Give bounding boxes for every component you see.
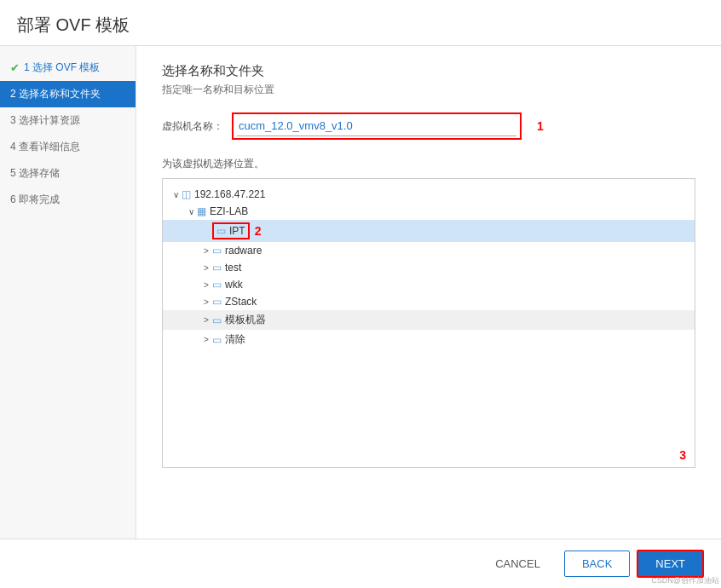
cancel-button[interactable]: CANCEL xyxy=(478,551,557,576)
folder-icon: ▭ xyxy=(216,225,226,237)
folder-icon: ▭ xyxy=(212,334,222,346)
sidebar-label: 3 选择计算资源 xyxy=(10,113,80,128)
tree-node-n8[interactable]: > ▭ 模板机器 xyxy=(163,310,695,330)
node-label: test xyxy=(225,262,241,274)
vm-name-row: 虚拟机名称： 1 xyxy=(162,112,695,140)
section-title: 选择名称和文件夹 xyxy=(162,63,695,79)
sidebar-item-step2[interactable]: 2 选择名称和文件夹 xyxy=(0,81,136,107)
tree-node-n4[interactable]: > ▭ radware xyxy=(163,242,695,259)
sidebar-item-step4[interactable]: 4 查看详细信息 xyxy=(0,134,136,160)
expander-icon: > xyxy=(200,297,212,307)
sidebar-label: 6 即将完成 xyxy=(10,193,60,207)
tree-node-n1[interactable]: ∨ ◫ 192.168.47.221 xyxy=(163,186,695,203)
sidebar: ✔1 选择 OVF 模板2 选择名称和文件夹3 选择计算资源4 查看详细信息5 … xyxy=(0,46,136,539)
tree-node-n6[interactable]: > ▭ wkk xyxy=(163,276,695,293)
sidebar-label: 1 选择 OVF 模板 xyxy=(24,61,100,75)
tree-node-n9[interactable]: > ▭ 清除 xyxy=(163,330,695,349)
node-label: 清除 xyxy=(225,332,245,347)
footer: CANCEL BACK NEXT xyxy=(0,539,721,588)
sidebar-label: 4 查看详细信息 xyxy=(10,140,80,154)
annotation-3: 3 xyxy=(679,448,686,462)
sidebar-label: 2 选择名称和文件夹 xyxy=(10,87,101,101)
node-bordered: ▭ IPT xyxy=(212,222,250,239)
expander-icon: > xyxy=(200,246,212,256)
section-subtitle: 指定唯一名称和目标位置 xyxy=(162,83,695,97)
node-label: ZStack xyxy=(225,296,257,308)
sidebar-item-step3[interactable]: 3 选择计算资源 xyxy=(0,107,136,134)
tree-node-n2[interactable]: ∨ ▦ EZI-LAB xyxy=(163,203,695,220)
expander-icon: ∨ xyxy=(170,190,182,199)
node-label: radware xyxy=(225,245,262,257)
tree-node-n5[interactable]: > ▭ test xyxy=(163,259,695,276)
node-label: 模板机器 xyxy=(225,313,266,327)
folder-icon: ▭ xyxy=(212,296,222,308)
check-icon: ✔ xyxy=(10,61,20,74)
node-label: IPT xyxy=(229,225,245,237)
node-label: 192.168.47.221 xyxy=(194,188,265,200)
page-header: 部署 OVF 模板 xyxy=(0,0,721,46)
tree-container: ∨ ◫ 192.168.47.221 ∨ ▦ EZI-LAB ▭ IPT 2 >… xyxy=(162,178,695,468)
expander-icon: ∨ xyxy=(185,207,197,216)
sidebar-item-step5[interactable]: 5 选择存储 xyxy=(0,160,136,187)
expander-icon: > xyxy=(200,315,212,325)
vm-name-label: 虚拟机名称： xyxy=(162,119,223,134)
expander-icon: > xyxy=(200,335,212,344)
network-icon: ◫ xyxy=(182,188,191,200)
folder-icon: ▭ xyxy=(212,245,222,257)
expander-icon: > xyxy=(200,263,212,273)
sidebar-item-step1[interactable]: ✔1 选择 OVF 模板 xyxy=(0,55,136,81)
node-label: wkk xyxy=(225,279,243,291)
main-content: ✔1 选择 OVF 模板2 选择名称和文件夹3 选择计算资源4 查看详细信息5 … xyxy=(0,46,721,539)
folder-icon: ▭ xyxy=(212,262,222,274)
folder-icon: ▭ xyxy=(212,279,222,291)
annotation-1: 1 xyxy=(537,119,544,133)
location-label: 为该虚拟机选择位置。 xyxy=(162,157,695,171)
tree-node-n3[interactable]: ▭ IPT 2 xyxy=(163,220,695,242)
back-button[interactable]: BACK xyxy=(564,551,630,577)
watermark: CSDN@创作加油站 xyxy=(651,575,719,586)
content-area: 选择名称和文件夹 指定唯一名称和目标位置 虚拟机名称： 1 为该虚拟机选择位置。… xyxy=(136,46,721,539)
vm-name-input-border xyxy=(232,112,522,140)
sidebar-item-step6[interactable]: 6 即将完成 xyxy=(0,187,136,213)
page-title: 部署 OVF 模板 xyxy=(17,15,130,34)
vm-name-input[interactable] xyxy=(237,116,516,136)
tree-node-n7[interactable]: > ▭ ZStack xyxy=(163,293,695,310)
node-label: EZI-LAB xyxy=(210,205,248,217)
annotation-2: 2 xyxy=(255,224,262,238)
next-button[interactable]: NEXT xyxy=(637,550,704,578)
folder-icon: ▭ xyxy=(212,314,222,326)
vm-name-input-wrapper xyxy=(232,112,522,140)
expander-icon: > xyxy=(200,280,212,290)
sidebar-label: 5 选择存储 xyxy=(10,166,60,181)
datacenter-icon: ▦ xyxy=(197,205,206,217)
